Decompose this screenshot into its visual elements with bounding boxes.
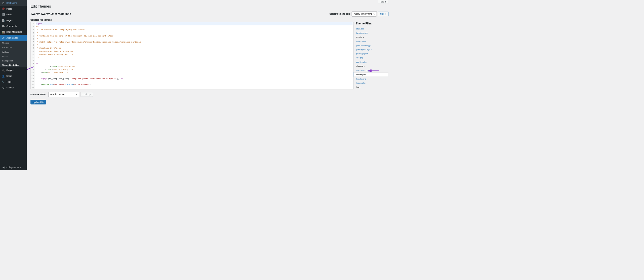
collapse-icon: ◀ — [2, 166, 5, 169]
submenu-item-widgets[interactable]: Widgets — [0, 50, 27, 54]
code-content[interactable]: <?php/** * The template for displaying t… — [35, 22, 353, 89]
selected-content-label: Selected file content: — [30, 19, 388, 21]
theme-file-package-json[interactable]: package.json — [354, 52, 389, 56]
file-heading: Twenty Twenty-One: footer.php — [30, 12, 71, 16]
code-line — [36, 74, 353, 77]
theme-select[interactable]: Twenty Twenty-One — [352, 11, 377, 17]
chevron-right-icon: ▸ — [363, 36, 364, 38]
appearance-icon: 🖌 — [2, 36, 5, 39]
sidebar-item-dashboard[interactable]: ◷Dashboard — [0, 0, 27, 6]
code-line: * The template for displaying the footer — [36, 28, 353, 31]
theme-file-package-lock-json[interactable]: package-lock.json — [354, 47, 389, 51]
code-line — [36, 87, 353, 89]
media-icon: 🖼 — [2, 13, 5, 16]
tools-icon: 🔧 — [2, 80, 5, 83]
sidebar-item-label: Dashboard — [7, 2, 17, 4]
theme-file-style-rtl-css[interactable]: style-rtl.css — [354, 39, 389, 43]
code-line: * @since Twenty Twenty-One 1.0 — [36, 53, 353, 56]
code-line: */ — [36, 56, 353, 59]
theme-file-functions-php[interactable]: functions.php — [354, 31, 389, 35]
theme-files-heading: Theme Files — [356, 22, 388, 25]
settings-icon: ⚙ — [2, 86, 5, 89]
submenu-item-themes[interactable]: Themes — [0, 41, 27, 45]
theme-file-comments-php[interactable]: comments.php — [354, 68, 389, 72]
submenu-item-background[interactable]: Background — [0, 58, 27, 63]
sidebar-item-comments[interactable]: 💬Comments — [0, 23, 27, 29]
comments-icon: 💬 — [2, 25, 5, 28]
code-line: <?php — [36, 22, 353, 25]
documentation-select[interactable]: Function Name… — [48, 92, 79, 97]
theme-file-header-php[interactable]: header.php — [354, 77, 389, 81]
sidebar-item-users[interactable]: 👤Users — [0, 73, 27, 79]
lookup-button[interactable]: Look Up — [80, 92, 93, 97]
sidebar-item-label: Rank Math SEO — [7, 31, 22, 33]
posts-icon: 📌 — [2, 7, 5, 10]
pages-icon: 📄 — [2, 19, 5, 22]
help-label: Help — [380, 1, 384, 3]
documentation-label: Documentation: — [30, 93, 47, 96]
select-button[interactable]: Select — [378, 12, 388, 16]
sidebar-item-label: Pages — [7, 19, 13, 22]
rank-math-icon: 📊 — [2, 30, 5, 33]
theme-file-postcss-config-js[interactable]: postcss.config.js — [354, 43, 389, 47]
update-file-button[interactable]: Update File — [30, 100, 46, 104]
collapse-menu[interactable]: ◀Collapse menu — [0, 164, 27, 170]
file-label: inc — [356, 86, 359, 88]
code-line: <footer id="colophon" class="site-footer… — [36, 83, 353, 86]
code-line: ?> — [36, 62, 353, 65]
sidebar-item-label: Posts — [7, 8, 12, 10]
theme-file-archive-php[interactable]: archive.php — [354, 60, 389, 64]
help-tab[interactable]: Help ▼ — [378, 0, 388, 4]
sidebar-item-label: Tools — [7, 81, 12, 83]
code-line: * — [36, 44, 353, 47]
code-line: </div><!-- #content --> — [36, 71, 353, 74]
sidebar-item-label: Settings — [7, 87, 14, 89]
sidebar-item-label: Media — [7, 13, 12, 16]
sidebar-item-settings[interactable]: ⚙Settings — [0, 85, 27, 91]
sidebar-item-label: Plugins — [7, 69, 14, 72]
code-line — [36, 59, 353, 62]
code-line: </div><!-- #primary --> — [36, 68, 353, 71]
theme-file-inc[interactable]: inc ▸ — [354, 85, 389, 89]
plugins-icon: 🔌 — [2, 69, 5, 72]
theme-file-404-php[interactable]: 404.php — [354, 56, 389, 60]
code-line: * Contains the closing of the #content d… — [36, 34, 353, 38]
sidebar-item-label: Comments — [7, 25, 17, 27]
main-content: Help ▼ Edit Themes Twenty Twenty-One: fo… — [27, 0, 391, 170]
submenu-item-theme-file-editor[interactable]: Theme File Editor — [0, 63, 27, 67]
code-line: /** — [36, 25, 353, 28]
submenu-item-menus[interactable]: Menus — [0, 54, 27, 59]
chevron-right-icon: ▸ — [360, 86, 361, 88]
code-line: * @package WordPress — [36, 47, 353, 50]
sidebar-item-rank-math[interactable]: 📊Rank Math SEO — [0, 29, 27, 35]
code-editor[interactable]: 12345678910111213141516171819202122 <?ph… — [30, 22, 354, 90]
sidebar-item-tools[interactable]: 🔧Tools — [0, 79, 27, 85]
chevron-right-icon: ▸ — [364, 65, 365, 67]
code-line: * — [36, 31, 353, 34]
users-icon: 👤 — [2, 75, 5, 78]
theme-file-style-css[interactable]: style.css — [354, 27, 389, 31]
admin-sidebar: ◷Dashboard📌Posts🖼Media📄Pages💬Comments📊Ra… — [0, 0, 27, 170]
theme-file-assets[interactable]: assets ▸ — [354, 35, 389, 39]
appearance-submenu: ThemesCustomizeWidgetsMenusBackgroundThe… — [0, 41, 27, 67]
theme-file-image-php[interactable]: image.php — [354, 81, 389, 85]
line-gutter: 12345678910111213141516171819202122 — [31, 22, 35, 89]
code-line: * — [36, 38, 353, 41]
page-title: Edit Themes — [30, 4, 388, 9]
sidebar-item-pages[interactable]: 📄Pages — [0, 17, 27, 23]
sidebar-item-appearance[interactable]: 🖌Appearance — [0, 35, 27, 41]
collapse-label: Collapse menu — [7, 166, 21, 169]
code-line — [36, 80, 353, 83]
code-line: * @link https://developer.wordpress.org/… — [36, 41, 353, 44]
sidebar-item-media[interactable]: 🖼Media — [0, 12, 27, 17]
theme-file-classes[interactable]: classes ▸ — [354, 64, 389, 68]
code-line: <?php get_template_part( 'template-parts… — [36, 77, 353, 80]
chevron-down-icon: ▼ — [385, 1, 387, 3]
file-label: assets — [356, 36, 362, 38]
sidebar-item-label: Appearance — [7, 37, 18, 39]
sidebar-item-posts[interactable]: 📌Posts — [0, 6, 27, 12]
theme-file-footer-php[interactable]: footer.php — [354, 72, 389, 77]
submenu-item-customize[interactable]: Customize — [0, 45, 27, 50]
sidebar-item-plugins[interactable]: 🔌Plugins — [0, 67, 27, 73]
file-label: classes — [356, 65, 363, 67]
